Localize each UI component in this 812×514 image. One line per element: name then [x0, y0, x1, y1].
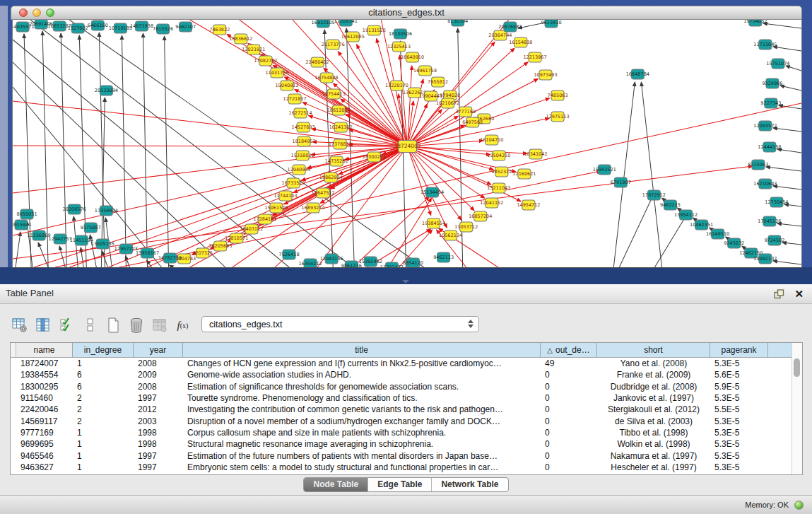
graph-node-label: 18341042 — [524, 151, 547, 157]
change-table-mode-button[interactable] — [10, 315, 29, 335]
float-panel-icon[interactable] — [774, 289, 784, 299]
table-row[interactable]: 1872400712008Changes of HCN gene express… — [11, 358, 792, 369]
cell-out_degree: 0 — [541, 416, 597, 426]
close-panel-icon[interactable]: ✕ — [794, 288, 804, 299]
graph-node-label: 9794028 — [440, 93, 460, 98]
column-header-year[interactable]: year — [134, 343, 183, 357]
cell-year: 1997 — [134, 462, 183, 472]
graph-node-label: 18130506 — [389, 31, 412, 37]
table-row[interactable]: 1456911722003Disruption of a novel membe… — [11, 415, 792, 426]
column-header-pagerank[interactable]: pagerank — [710, 343, 768, 357]
split-pane-handle[interactable] — [402, 280, 409, 284]
scrollbar-thumb[interactable] — [794, 358, 800, 377]
vertical-scrollbar[interactable] — [792, 343, 802, 474]
graph-node-label: 22480402 — [306, 59, 329, 65]
close-window-button[interactable] — [19, 8, 28, 17]
delete-table-button[interactable] — [150, 315, 169, 335]
tab-edge-table[interactable]: Edge Table — [367, 478, 431, 491]
column-header-out_degree[interactable]: △out_de… — [541, 343, 597, 357]
graph-node-label: 16154838 — [509, 40, 532, 45]
delete-columns-button[interactable] — [126, 315, 146, 335]
column-header-gutter[interactable] — [11, 343, 16, 357]
unselect-all-button[interactable] — [80, 315, 99, 335]
graph-node-label: 16640910 — [401, 54, 424, 60]
cell-short: Dudbridge et al. (2008) — [597, 382, 710, 392]
function-builder-button[interactable]: f(x) — [173, 315, 192, 335]
column-header-in_degree[interactable]: in_degree — [73, 343, 134, 357]
cell-title: Changes of HCN gene expression and I(f) … — [183, 358, 541, 368]
graph-node-label: 3777169 — [455, 109, 476, 115]
graph-node-label: 15392462 — [359, 259, 382, 264]
sort-ascending-icon: △ — [547, 346, 553, 354]
cell-name: 22420046 — [16, 404, 73, 414]
table-row[interactable]: 1830029562008Estimation of significance … — [11, 381, 792, 392]
graph-edge — [59, 246, 65, 267]
graph-node-label: 21173776 — [322, 42, 345, 47]
tab-network-table[interactable]: Network Table — [431, 478, 507, 491]
graph-edge — [408, 146, 447, 228]
table-row[interactable]: 1938455462009Genome-wide association stu… — [11, 369, 792, 380]
table-row[interactable]: 977716911998Corpus callosum shape and si… — [11, 427, 792, 438]
graph-node-label: 12021921 — [242, 47, 265, 52]
graph-node-label: 12730454 — [765, 199, 788, 205]
graph-node-label: 15134454 — [420, 189, 444, 195]
status-bar: Memory: OK — [0, 495, 812, 514]
graph-node-label: 18612054 — [327, 107, 351, 113]
graph-node-label: 12942757 — [49, 236, 72, 242]
graph-node-label: 16104710 — [480, 137, 503, 143]
graph-node-label: 13958167 — [136, 250, 159, 256]
cell-year: 2012 — [134, 404, 183, 414]
graph-node-label: 16932105 — [312, 20, 335, 25]
cell-in_degree: 1 — [73, 451, 134, 461]
table-row[interactable]: 2242004622012Investigating the contribut… — [11, 404, 792, 415]
select-all-button[interactable] — [57, 315, 76, 335]
graph-node-label: 17957223 — [114, 246, 138, 252]
zoom-window-button[interactable] — [46, 8, 54, 17]
table-row[interactable]: 946362711997Embryonic stem cells: a mode… — [11, 462, 792, 473]
graph-node-label: 6791907 — [611, 180, 631, 185]
graph-node-label: 10719185 — [109, 25, 132, 31]
graph-node-label: 8650051 — [17, 211, 37, 217]
graph-node-label: 12325413 — [387, 44, 411, 49]
table-row[interactable]: 946554611997Estimation of the future num… — [11, 450, 792, 461]
column-header-short[interactable]: short — [597, 343, 710, 357]
cell-out_degree: 0 — [541, 370, 597, 380]
graph-node-label: 12093572 — [753, 123, 777, 129]
tab-node-table[interactable]: Node Table — [304, 478, 367, 491]
graph-edge — [324, 30, 333, 267]
cell-name: 9699695 — [16, 439, 73, 449]
graph-node-label: 16893214 — [302, 205, 325, 211]
graph-node-label: 18184952 — [293, 139, 316, 144]
column-header-title[interactable]: title — [183, 343, 541, 357]
graph-node-label: 6497568 — [462, 119, 483, 125]
cell-out_degree: 0 — [541, 382, 597, 392]
window-titlebar[interactable]: citations_edges.txt — [11, 6, 802, 20]
graph-node-label: 18724007 — [394, 143, 420, 149]
table-panel-header: Table Panel ✕ — [0, 284, 812, 304]
graph-node-label: 9375887 — [81, 225, 101, 230]
graph-node-label: 9852312 — [491, 169, 512, 175]
table-selector-value: citations_edges.txt — [209, 320, 283, 329]
window-title: citations_edges.txt — [11, 6, 801, 19]
table-row[interactable]: 911546021997Tourette syndrome. Phenomeno… — [11, 392, 792, 404]
network-graph-canvas[interactable]: 1683661212021921170827621143175615040912… — [12, 20, 802, 268]
graph-node-label: 16210643 — [753, 181, 777, 187]
graph-node-label: 16354212 — [299, 261, 322, 267]
graph-node-label: 9207325 — [192, 250, 213, 256]
cell-name: 9465546 — [16, 451, 73, 461]
table-selector-dropdown[interactable]: citations_edges.txt — [201, 316, 479, 332]
graph-node-label: 14092137 — [753, 256, 777, 262]
table-column-icon — [35, 317, 51, 333]
cell-title: Estimation of significance thresholds fo… — [183, 382, 541, 392]
table-row[interactable]: 969969511998Structural magnetic resonanc… — [11, 438, 792, 450]
create-new-column-button[interactable] — [103, 315, 122, 335]
show-columns-button[interactable] — [33, 315, 52, 335]
network-graph[interactable]: 1683661212021921170827621143175615040912… — [13, 20, 801, 267]
cell-pagerank: 5.6E-5 — [710, 370, 768, 380]
graph-node-label: 8130304 — [447, 20, 468, 24]
graph-node-label: 15943521 — [593, 167, 616, 173]
column-header-name[interactable]: name — [16, 343, 73, 357]
cell-out_degree: 49 — [541, 358, 597, 368]
minimize-window-button[interactable] — [33, 8, 41, 17]
memory-status-label: Memory: OK — [745, 501, 789, 509]
